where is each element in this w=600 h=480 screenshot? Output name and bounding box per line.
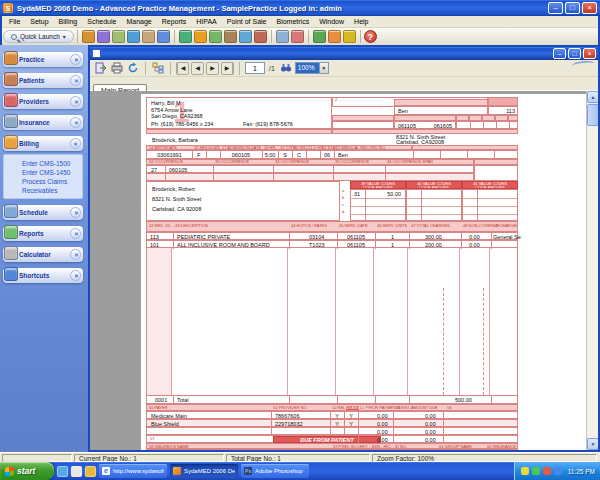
quick-launch-icon[interactable] bbox=[57, 466, 68, 477]
sidebar-item-shortcuts[interactable]: Shortcuts » bbox=[3, 268, 83, 283]
tray-icon[interactable] bbox=[521, 467, 529, 475]
report-preview-area: 1 Harry, Bill M 6754 Arrow Lane San Dieg… bbox=[90, 91, 598, 450]
sidebar-link-process-claims[interactable]: Process Claims bbox=[22, 177, 82, 186]
scrollbar-thumb[interactable] bbox=[587, 104, 598, 126]
chevron-double-down-icon[interactable]: » bbox=[70, 228, 81, 239]
app-toolbar-icon-17[interactable] bbox=[343, 30, 356, 43]
app-toolbar-icon-6[interactable] bbox=[157, 30, 170, 43]
form-service-header: 42 REV. CD. 43 DESCRIPTION 44 HCPCS / RA… bbox=[146, 221, 518, 232]
tray-icon[interactable] bbox=[543, 467, 551, 475]
taskbar: start e http://www.sydasoft... SydaMED 2… bbox=[0, 462, 600, 480]
sidebar-link-receivables[interactable]: Receivables bbox=[22, 186, 82, 195]
minimize-button[interactable]: – bbox=[548, 2, 563, 14]
menubar: File Setup Billing Schedule Manage Repor… bbox=[0, 16, 600, 28]
insurance-icon bbox=[4, 114, 18, 128]
report-close-button[interactable]: × bbox=[583, 48, 596, 59]
sidebar-item-practice[interactable]: Practice » bbox=[3, 52, 83, 67]
app-toolbar-icon-14[interactable] bbox=[291, 30, 304, 43]
app-toolbar-icon-1[interactable] bbox=[82, 30, 95, 43]
app-toolbar-icon-16[interactable] bbox=[328, 30, 341, 43]
vertical-scrollbar[interactable]: ▲ ▼ bbox=[586, 91, 598, 450]
sidebar-item-reports[interactable]: Reports » bbox=[3, 226, 83, 241]
sidebar-item-billing[interactable]: Billing » bbox=[3, 136, 83, 151]
sidebar-item-insurance[interactable]: Insurance » bbox=[3, 115, 83, 130]
sidebar-link-enter-cms-1500[interactable]: Enter CMS-1500 bbox=[22, 159, 82, 168]
first-page-button[interactable]: ◀ bbox=[176, 62, 189, 75]
menu-point-of-sale[interactable]: Point of Sale bbox=[222, 18, 272, 25]
sidebar-item-calculator[interactable]: Calculator » bbox=[3, 247, 83, 262]
next-page-button[interactable]: ▶ bbox=[206, 62, 219, 75]
app-toolbar-icon-9[interactable] bbox=[209, 30, 222, 43]
form-birthdate: 03061991 bbox=[147, 152, 192, 158]
app-toolbar-icon-5[interactable] bbox=[142, 30, 155, 43]
group-tree-icon[interactable] bbox=[151, 61, 165, 75]
quick-launch-icon[interactable] bbox=[71, 466, 82, 477]
print-icon[interactable] bbox=[110, 61, 124, 75]
menu-billing[interactable]: Billing bbox=[54, 18, 83, 25]
chevron-double-up-icon[interactable]: » bbox=[70, 138, 81, 149]
close-button[interactable]: × bbox=[582, 2, 597, 14]
menu-setup[interactable]: Setup bbox=[25, 18, 53, 25]
app-toolbar-icon-8[interactable] bbox=[194, 30, 207, 43]
app-toolbar-icon-2[interactable] bbox=[97, 30, 110, 43]
app-toolbar-icon-7[interactable] bbox=[179, 30, 192, 43]
chevron-double-down-icon[interactable]: » bbox=[70, 249, 81, 260]
start-button[interactable]: start bbox=[0, 462, 54, 480]
toolbar-separator bbox=[145, 62, 146, 75]
app-toolbar-icon-15[interactable] bbox=[313, 30, 326, 43]
menu-file[interactable]: File bbox=[4, 18, 25, 25]
search-binoculars-icon[interactable] bbox=[279, 61, 293, 75]
report-minimize-button[interactable]: – bbox=[553, 48, 566, 59]
sidebar-item-schedule[interactable]: Schedule » bbox=[3, 205, 83, 220]
app-toolbar-icon-12[interactable] bbox=[254, 30, 267, 43]
app-toolbar-icon-11[interactable] bbox=[239, 30, 252, 43]
toolbar-separator bbox=[308, 30, 309, 43]
last-page-button[interactable]: ▶ bbox=[221, 62, 234, 75]
tray-icon[interactable] bbox=[554, 467, 562, 475]
sidebar-item-providers[interactable]: Providers » bbox=[3, 94, 83, 109]
help-icon[interactable]: ? bbox=[364, 30, 377, 43]
zoom-select[interactable]: 100% ▼ bbox=[295, 62, 329, 74]
export-icon[interactable] bbox=[94, 61, 108, 75]
chevron-double-down-icon[interactable]: » bbox=[70, 75, 81, 86]
form-tob-value: 113 bbox=[506, 108, 515, 114]
task-button-browser[interactable]: e http://www.sydasoft... bbox=[99, 464, 167, 478]
tray-icon[interactable] bbox=[532, 467, 540, 475]
sidebar-label-billing: Billing bbox=[19, 140, 39, 147]
menu-help[interactable]: Help bbox=[349, 18, 373, 25]
providers-icon bbox=[4, 93, 18, 107]
sidebar-item-patients[interactable]: Patients » bbox=[3, 73, 83, 88]
report-maximize-button[interactable]: □ bbox=[568, 48, 581, 59]
chevron-double-down-icon[interactable]: » bbox=[70, 54, 81, 65]
chevron-double-down-icon[interactable]: » bbox=[70, 270, 81, 281]
status-stub bbox=[2, 454, 72, 462]
prev-page-button[interactable]: ◀ bbox=[191, 62, 204, 75]
chevron-double-down-icon[interactable]: » bbox=[70, 96, 81, 107]
refresh-icon[interactable] bbox=[126, 61, 140, 75]
chevron-double-down-icon[interactable]: » bbox=[70, 117, 81, 128]
scrollbar-down-button[interactable]: ▼ bbox=[587, 438, 598, 450]
menu-window[interactable]: Window bbox=[314, 18, 349, 25]
menu-hipaa[interactable]: HIPAA bbox=[191, 18, 222, 25]
system-tray: 11:25 PM bbox=[514, 462, 600, 480]
task-button-sydamed[interactable]: SydaMED 2006 Demo... bbox=[170, 464, 238, 478]
form-service-row: 101 ALL INCLUSIVE ROOM AND BOARD T1023 0… bbox=[146, 240, 518, 248]
maximize-button[interactable]: □ bbox=[565, 2, 580, 14]
app-toolbar-icon-4[interactable] bbox=[127, 30, 140, 43]
form-rowletter-c: c bbox=[342, 203, 344, 208]
task-button-photoshop[interactable]: Ps Adobe Photoshop bbox=[241, 464, 309, 478]
menu-biometrics[interactable]: Biometrics bbox=[271, 18, 314, 25]
quick-launch-icon[interactable] bbox=[85, 466, 96, 477]
app-toolbar-icon-3[interactable] bbox=[112, 30, 125, 43]
menu-schedule[interactable]: Schedule bbox=[82, 18, 121, 25]
page-number-field[interactable]: 1 bbox=[245, 62, 265, 74]
scrollbar-up-button[interactable]: ▲ bbox=[587, 91, 598, 103]
app-toolbar-icon-10[interactable] bbox=[224, 30, 237, 43]
quick-launch-button[interactable]: Quick Launch ▾ bbox=[3, 30, 74, 43]
menu-manage[interactable]: Manage bbox=[121, 18, 156, 25]
chevron-down-icon[interactable]: ▼ bbox=[319, 63, 328, 73]
app-toolbar-icon-13[interactable] bbox=[276, 30, 289, 43]
chevron-double-down-icon[interactable]: » bbox=[70, 207, 81, 218]
menu-reports[interactable]: Reports bbox=[157, 18, 192, 25]
sidebar-link-enter-cms-1450[interactable]: Enter CMS-1450 bbox=[22, 168, 82, 177]
